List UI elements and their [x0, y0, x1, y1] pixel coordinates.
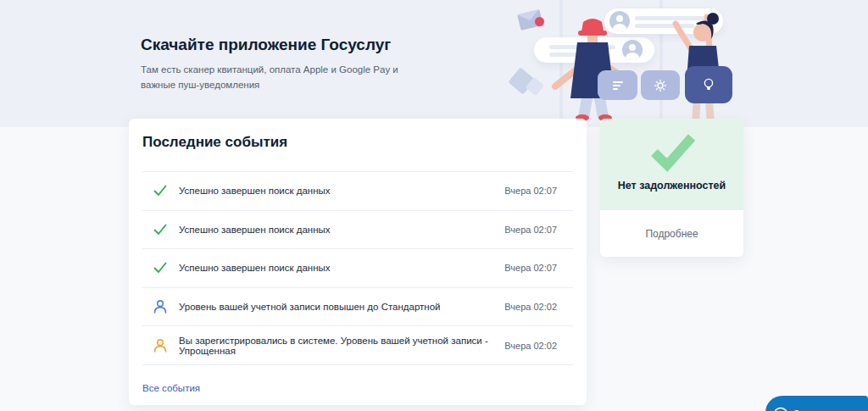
- person-woman-illustration: [665, 7, 742, 121]
- event-text: Уровень вашей учетной записи повышен до …: [179, 302, 504, 312]
- event-time: Вчера 02:02: [504, 302, 557, 312]
- bulb-button-illustration: [685, 66, 732, 103]
- event-text: Успешно завершен поиск данных: [179, 263, 504, 273]
- gear-icon: [654, 79, 667, 92]
- event-text: Успешно завершен поиск данных: [179, 186, 504, 196]
- event-time: Вчера 02:02: [504, 341, 557, 351]
- check-icon: [153, 222, 168, 237]
- event-row: Вы зарегистрировались в системе. Уровень…: [142, 325, 573, 364]
- recent-events-card: Последние события Успешно завершен поиск…: [129, 119, 587, 405]
- notification-dot: [535, 17, 544, 26]
- event-text: Вы зарегистрировались в системе. Уровень…: [179, 336, 504, 356]
- app-promo-banner: Скачайте приложение Госуслуг Там есть ск…: [0, 0, 868, 127]
- debts-details-link[interactable]: Подробнее: [645, 228, 698, 240]
- lightbulb-icon: [703, 77, 715, 92]
- chat-support-button[interactable]: Задать вопрос: [765, 396, 868, 411]
- event-time: Вчера 02:07: [504, 186, 557, 196]
- banner-title: Скачайте приложение Госуслуг: [141, 36, 391, 54]
- gear-button-illustration: [641, 70, 680, 100]
- check-icon: [153, 260, 168, 275]
- event-text: Успешно завершен поиск данных: [179, 225, 504, 235]
- debts-status-section: Нет задолженностей: [600, 119, 743, 210]
- smiley-icon: [773, 407, 788, 411]
- list-icon: [611, 80, 625, 92]
- all-events-link[interactable]: Все события: [142, 383, 200, 393]
- check-icon: [153, 183, 168, 198]
- event-row: Уровень вашей учетной записи повышен до …: [142, 287, 573, 326]
- debts-status-text: Нет задолженностей: [618, 180, 726, 192]
- banner-illustration: [500, 0, 746, 121]
- event-time: Вчера 02:07: [504, 225, 557, 235]
- banner-subtitle: Там есть сканер квитанций, оплата Apple …: [141, 63, 415, 93]
- event-row: Успешно завершен поиск данных Вчера 02:0…: [142, 248, 573, 287]
- events-card-title: Последние события: [142, 134, 287, 150]
- list-button-illustration: [598, 70, 637, 100]
- event-row: Успешно завершен поиск данных Вчера 02:0…: [142, 171, 573, 210]
- user-yellow-icon: [153, 338, 168, 353]
- debts-card[interactable]: Нет задолженностей Подробнее: [600, 119, 743, 257]
- event-time: Вчера 02:07: [504, 263, 557, 273]
- event-row: Успешно завершен поиск данных Вчера 02:0…: [142, 210, 573, 249]
- big-check-icon: [646, 131, 698, 173]
- user-blue-icon: [153, 299, 168, 314]
- avatar: [609, 11, 630, 31]
